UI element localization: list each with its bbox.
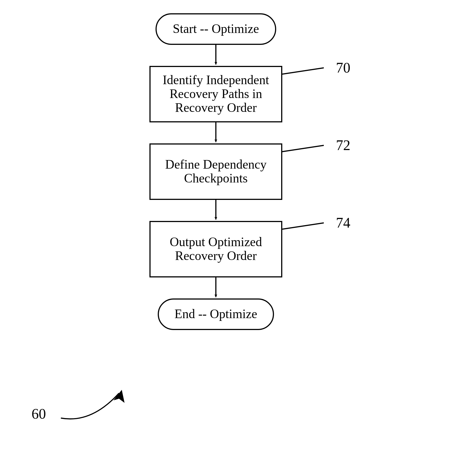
end-label: End -- Optimize	[175, 307, 257, 321]
ref-step2: 72	[336, 137, 350, 153]
step3-node: Output Optimized Recovery Order	[150, 221, 282, 277]
ref-step3: 74	[336, 215, 350, 231]
start-label: Start -- Optimize	[173, 22, 259, 36]
leader-step3	[282, 223, 324, 229]
step2-line2: Checkpoints	[184, 171, 248, 185]
step2-node: Define Dependency Checkpoints	[150, 144, 282, 199]
figure-ref-arrow	[61, 393, 119, 419]
step3-line2: Recovery Order	[175, 249, 257, 263]
step1-line1: Identify Independent	[163, 73, 269, 87]
figure-ref-arrowhead	[113, 390, 125, 403]
step1-node: Identify Independent Recovery Paths in R…	[150, 66, 282, 122]
step1-line2: Recovery Paths in	[170, 87, 262, 101]
end-node: End -- Optimize	[158, 299, 273, 329]
leader-step1	[282, 68, 324, 74]
figure-ref-group: 60	[32, 390, 125, 422]
flowchart-diagram: Start -- Optimize Identify Independent R…	[0, 0, 476, 456]
step2-line1: Define Dependency	[165, 157, 267, 171]
ref-step1: 70	[336, 60, 350, 76]
leader-step2	[282, 145, 324, 152]
start-node: Start -- Optimize	[156, 14, 276, 44]
step3-line1: Output Optimized	[170, 235, 262, 249]
figure-ref: 60	[32, 406, 46, 422]
step1-line3: Recovery Order	[175, 101, 257, 115]
